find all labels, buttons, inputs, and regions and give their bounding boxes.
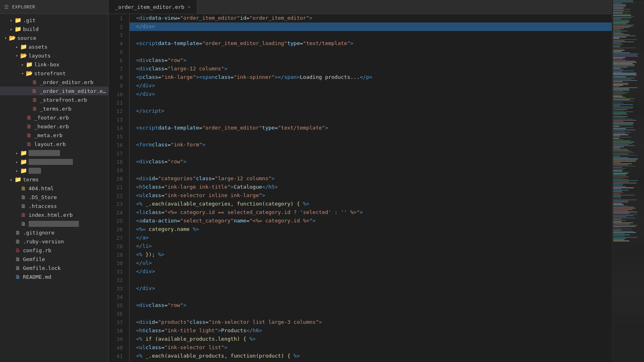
tree-item-layout.erb[interactable]: 🗎layout.erb	[0, 140, 108, 148]
code-line: <div class="row">	[130, 301, 612, 310]
tree-item-group2[interactable]: ▸📁██████ ███ ███	[0, 157, 108, 166]
code-line: <script data-template="order_item_editor…	[130, 39, 612, 48]
line-number: 11	[115, 99, 123, 107]
folder-icon: 📁	[14, 26, 21, 32]
line-number: 16	[115, 141, 123, 149]
sidebar: ☰ EXPLORER ▸📁.git▸📁build▾📂source▸📁assets…	[0, 0, 109, 362]
tree-item-Gemfile[interactable]: 🗎Gemfile	[0, 255, 108, 263]
code-area[interactable]: <div data-view="order_item_editor" id="o…	[130, 14, 612, 362]
line-number: 34	[115, 293, 123, 301]
tree-item-README.md[interactable]: 🗎README.md	[0, 272, 108, 281]
file-icon: 🗎	[14, 274, 21, 280]
tree-item-Gemfile.lock[interactable]: 🗎Gemfile.lock	[0, 263, 108, 272]
file-icon: 🗎	[14, 256, 21, 262]
tree-item-label: _storefront.erb	[40, 97, 87, 103]
line-number: 7	[115, 65, 123, 73]
active-tab[interactable]: _order_item_editor.erb ×	[109, 0, 197, 14]
tree-item-layouts[interactable]: ▾📂layouts	[0, 51, 108, 60]
tree-item-_order_editor.erb[interactable]: 🗎_order_editor.erb	[0, 78, 108, 86]
tree-item-_header.erb[interactable]: 🗎_header.erb	[0, 122, 108, 131]
tree-item-.gitignore[interactable]: 🗎.gitignore	[0, 228, 108, 237]
code-line: <li class="<%= category.id == selected_c…	[130, 208, 612, 217]
tree-item-label: _header.erb	[34, 123, 69, 130]
tree-item-_meta.erb[interactable]: 🗎_meta.erb	[0, 131, 108, 140]
tree-item-_terms.erb[interactable]: 🗎_terms.erb	[0, 104, 108, 113]
folder-icon: 📂	[9, 35, 15, 41]
chevron-icon: ▾	[3, 35, 8, 40]
line-number: 17	[115, 149, 123, 158]
line-number: 15	[115, 132, 123, 141]
tree-item-_storefront.erb[interactable]: 🗎_storefront.erb	[0, 95, 108, 104]
tree-item-link-box[interactable]: ▸📁link-box	[0, 60, 108, 69]
file-icon: 🗎	[20, 212, 27, 218]
chevron-icon: ▾	[20, 71, 25, 76]
code-line	[130, 166, 612, 175]
code-line: <form class="ink-form">	[130, 141, 612, 149]
code-line: <ul class="ink-selector list">	[130, 343, 612, 352]
code-line: </div>	[130, 82, 612, 90]
file-icon: 🗎	[26, 123, 32, 130]
code-line: <%= category.name %>	[130, 225, 612, 234]
tree-item-assets[interactable]: ▸📁assets	[0, 42, 108, 51]
folder-icon: 📁	[20, 43, 27, 50]
tree-item-label: .git	[23, 17, 35, 23]
tree-item-_footer.erb[interactable]: 🗎_footer.erb	[0, 113, 108, 122]
file-icon: 🗎	[26, 114, 32, 121]
tree-item-source[interactable]: ▾📂source	[0, 33, 108, 42]
line-number: 1	[115, 14, 123, 23]
tree-item-label: Gemfile	[23, 256, 45, 262]
tree-item-label: link-box	[34, 62, 60, 68]
code-line	[130, 310, 612, 318]
tree-item-_order_item_editor.erb[interactable]: 🗎_order_item_editor.erb	[0, 86, 108, 95]
tree-item-label: .DS_Store	[29, 194, 57, 200]
tab-close-button[interactable]: ×	[188, 4, 190, 10]
code-line: <li class="<%= product.id == selected_pr…	[130, 360, 612, 362]
tree-item-label: _terms.erb	[40, 106, 71, 112]
tree-item-.DS_Store[interactable]: 🗎.DS_Store	[0, 193, 108, 202]
tree-item-label: _meta.erb	[34, 132, 62, 138]
tree-item-label: ██████ ███ ███	[29, 159, 73, 165]
code-line: <p class="ink-large"><span class="ink-sp…	[130, 73, 612, 82]
tree-item-label: ████	[29, 168, 41, 174]
code-line: <ul class="ink-selector inline ink-large…	[130, 191, 612, 200]
line-number: 5	[115, 48, 123, 56]
folder-icon: 📁	[20, 158, 27, 165]
tree-item-.htaccess[interactable]: 🗎.htaccess	[0, 202, 108, 210]
tree-item-label: build	[23, 26, 39, 32]
code-line: </ul>	[130, 259, 612, 267]
tree-item-build[interactable]: ▸📁build	[0, 25, 108, 33]
line-number: 41	[115, 352, 123, 360]
sidebar-title: EXPLORER	[12, 4, 35, 10]
tree-item-group3[interactable]: ▸📁████	[0, 166, 108, 175]
tree-item-git[interactable]: ▸📁.git	[0, 16, 108, 25]
tree-item-group1[interactable]: ▸📁██████ ███	[0, 148, 108, 157]
code-line	[130, 99, 612, 107]
line-number: 37	[115, 318, 123, 327]
file-icon: 🗎	[14, 229, 21, 236]
tree-item-label: .gitignore	[23, 230, 54, 236]
line-number: 25	[115, 217, 123, 225]
line-number: 10	[115, 90, 123, 99]
chevron-icon: ▸	[9, 27, 14, 31]
tree-item-terms[interactable]: ▸📁terms	[0, 175, 108, 184]
tree-item-config.rb[interactable]: 🗎config.rb	[0, 246, 108, 255]
tree-item-redacted_file[interactable]: 🗎███ ████ ██ ████	[0, 219, 108, 228]
code-line	[130, 48, 612, 56]
line-number: 33	[115, 284, 123, 293]
file-icon: 🗎	[31, 97, 38, 103]
tree-item-storefront[interactable]: ▾📂storefront	[0, 69, 108, 78]
chevron-icon: ▸	[14, 44, 19, 49]
tree-item-label: .ruby-version	[23, 239, 64, 245]
code-line	[130, 132, 612, 141]
tree-item-index.html.erb[interactable]: 🗎index.html.erb	[0, 210, 108, 219]
code-line: </div>	[130, 23, 612, 31]
tree-item-label: index.html.erb	[29, 212, 73, 218]
tree-item-404.html[interactable]: 🗎404.html	[0, 184, 108, 193]
tree-item-label: storefront	[34, 70, 66, 76]
line-number: 18	[115, 158, 123, 166]
line-number: 36	[115, 310, 123, 318]
line-number: 14	[115, 124, 123, 132]
tree-item-.ruby-version[interactable]: 🗎.ruby-version	[0, 237, 108, 246]
chevron-icon: ▸	[20, 62, 25, 67]
line-number: 29	[115, 251, 123, 259]
